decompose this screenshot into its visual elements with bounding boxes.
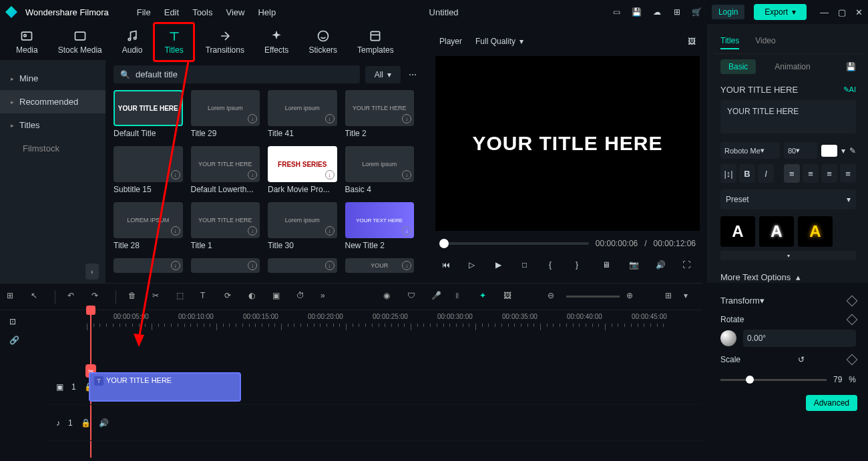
- prop-tab-video[interactable]: Video: [755, 33, 775, 49]
- video-preview[interactable]: YOUR TITLE HERE: [435, 56, 700, 231]
- track-audio-icon[interactable]: ♪: [56, 418, 60, 428]
- subtab-basic[interactable]: Basic: [720, 59, 756, 74]
- menu-edit[interactable]: Edit: [164, 7, 179, 17]
- sidebar-item-titles[interactable]: Titles: [0, 113, 105, 137]
- export-button[interactable]: Export ▾: [754, 4, 807, 20]
- title-thumb[interactable]: YOUR TITLE HEREDefault Title: [114, 90, 183, 138]
- sidebar-item-filmstock[interactable]: Filmstock: [0, 137, 105, 160]
- title-text-input[interactable]: YOUR TITLE HERE: [720, 100, 856, 133]
- text-preset-1[interactable]: A: [720, 216, 755, 247]
- tab-templates[interactable]: Templates: [348, 24, 403, 60]
- play-icon[interactable]: ▷: [469, 260, 479, 271]
- title-thumb[interactable]: LOREM IPSUM↓Title 28: [114, 202, 183, 250]
- marker-icon[interactable]: ◉: [383, 291, 395, 303]
- save-icon[interactable]: 💾: [632, 7, 642, 17]
- maximize-icon[interactable]: ▢: [838, 7, 846, 17]
- scale-reset-icon[interactable]: ↺: [798, 355, 805, 364]
- text-preset-2[interactable]: A: [759, 216, 794, 247]
- eyedropper-icon[interactable]: ✎: [849, 146, 856, 155]
- mark-in-icon[interactable]: {: [549, 260, 560, 271]
- tl-cursor-icon[interactable]: ↖: [31, 291, 43, 303]
- auto-icon[interactable]: ✦: [479, 291, 491, 303]
- prev-frame-icon[interactable]: ⏮: [442, 260, 453, 271]
- more-options-icon[interactable]: ⋯: [406, 67, 419, 82]
- tab-stock-media[interactable]: Stock Media: [49, 24, 112, 60]
- menu-tools[interactable]: Tools: [192, 7, 212, 17]
- tl-lock-icon[interactable]: ⊡: [9, 317, 47, 326]
- image-icon[interactable]: 🖼: [503, 291, 515, 303]
- font-size-dropdown[interactable]: 80 ▾: [784, 142, 817, 159]
- title-thumb[interactable]: FRESH SERIES↓Dark Movie Pro...: [268, 146, 337, 194]
- sidebar-item-mine[interactable]: Mine: [0, 67, 105, 90]
- subtab-animation[interactable]: Animation: [767, 59, 818, 74]
- volume-icon[interactable]: 🔊: [656, 260, 666, 271]
- preset-dropdown[interactable]: Preset▾: [720, 189, 856, 209]
- title-thumb[interactable]: YOUR TITLE HERE↓Title 1: [191, 202, 260, 250]
- display-icon[interactable]: 🖥: [602, 260, 613, 271]
- font-color-swatch[interactable]: [821, 145, 837, 157]
- scale-slider[interactable]: [720, 379, 827, 381]
- video-track-lane[interactable]: T YOUR TITLE HERE: [87, 369, 702, 404]
- menu-view[interactable]: View: [226, 7, 244, 17]
- fullscreen-icon[interactable]: ⛶: [682, 260, 693, 271]
- menu-help[interactable]: Help: [258, 7, 276, 17]
- crop-icon[interactable]: ⬚: [176, 291, 188, 303]
- title-thumb[interactable]: Lorem ipsum↓Basic 4: [345, 146, 415, 194]
- title-thumb[interactable]: Lorem Ipsum↓Title 29: [191, 90, 260, 138]
- cloud-icon[interactable]: ☁: [652, 7, 662, 17]
- title-thumb[interactable]: ↓: [114, 258, 183, 273]
- align-left-button[interactable]: ≡: [784, 164, 800, 183]
- stop-icon[interactable]: □: [522, 260, 533, 271]
- search-input-wrapper[interactable]: 🔍: [114, 65, 360, 83]
- tab-media[interactable]: Media: [7, 24, 47, 60]
- color-icon[interactable]: ◐: [248, 291, 260, 303]
- text-preset-3[interactable]: A: [798, 216, 833, 247]
- spacing-button[interactable]: |↕|: [720, 164, 736, 183]
- tl-link-icon[interactable]: 🔗: [9, 336, 47, 345]
- prop-tab-titles[interactable]: Titles: [720, 33, 739, 49]
- redo-icon[interactable]: ↷: [91, 291, 103, 303]
- seek-slider[interactable]: [439, 242, 589, 245]
- snapshot-icon[interactable]: 🖼: [688, 37, 696, 46]
- tab-audio[interactable]: Audio: [113, 24, 152, 60]
- camera-icon[interactable]: 📷: [629, 260, 640, 271]
- transform-keyframe-icon[interactable]: [847, 295, 858, 306]
- tab-transitions[interactable]: Transitions: [196, 24, 254, 60]
- zoom-in-icon[interactable]: ⊕: [626, 291, 638, 303]
- font-family-dropdown[interactable]: Roboto Me▾: [720, 142, 780, 159]
- cart-icon[interactable]: 🛒: [692, 7, 702, 17]
- align-center-button[interactable]: ≡: [803, 164, 819, 183]
- speed-icon[interactable]: ⟳: [224, 291, 236, 303]
- sidebar-collapse-button[interactable]: ‹: [85, 264, 99, 280]
- title-thumb[interactable]: YOUR TEXT HERE↓New Title 2: [345, 202, 415, 250]
- title-thumb[interactable]: YOUR↓: [345, 258, 415, 273]
- ai-icon[interactable]: ✎AI: [843, 85, 856, 94]
- rotate-keyframe-icon[interactable]: [847, 314, 858, 326]
- timeline-ruler[interactable]: 00:00:05:0000:00:10:0000:00:15:0000:00:2…: [47, 310, 702, 333]
- device-icon[interactable]: ▭: [612, 7, 622, 17]
- tl-grid-icon[interactable]: ⊞: [7, 291, 19, 303]
- menu-file[interactable]: File: [137, 7, 151, 17]
- scale-value[interactable]: 79: [833, 375, 842, 384]
- sidebar-item-recommended[interactable]: Recommended: [0, 90, 105, 113]
- title-thumb[interactable]: Lorem ipsum↓Title 41: [268, 90, 337, 138]
- align-right-button[interactable]: ≡: [821, 164, 837, 183]
- title-thumb[interactable]: YOUR TITLE HERE↓Default Lowerth...: [191, 146, 260, 194]
- filter-dropdown[interactable]: All ▾: [365, 66, 401, 83]
- preset-expand-button[interactable]: ▾: [720, 251, 856, 260]
- more-text-options[interactable]: More Text Options ▴: [714, 266, 863, 289]
- expand-icon[interactable]: »: [320, 291, 333, 303]
- tl-settings-icon[interactable]: ▾: [684, 291, 696, 303]
- search-input[interactable]: [136, 69, 353, 79]
- undo-icon[interactable]: ↶: [67, 291, 79, 303]
- track-video-icon[interactable]: ▣: [56, 382, 63, 392]
- tab-effects[interactable]: Effects: [255, 24, 298, 60]
- shield-icon[interactable]: 🛡: [407, 291, 419, 303]
- tl-view-icon[interactable]: ⊞: [665, 291, 677, 303]
- next-frame-icon[interactable]: ▶: [495, 260, 506, 271]
- audio-track-lane[interactable]: [87, 405, 702, 440]
- delete-icon[interactable]: 🗑: [128, 291, 140, 303]
- tab-titles[interactable]: Titles: [153, 22, 194, 62]
- green-icon[interactable]: ▣: [272, 291, 284, 303]
- quality-dropdown[interactable]: Full Quality ▾: [475, 37, 523, 46]
